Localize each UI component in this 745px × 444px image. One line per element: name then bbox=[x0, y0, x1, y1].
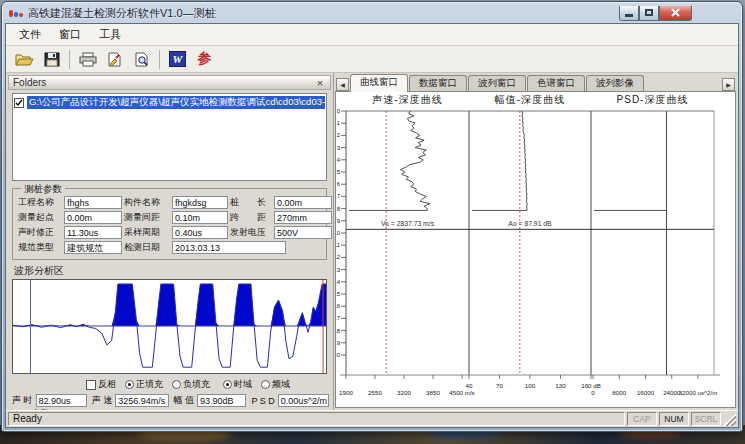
tab-scroll-right-icon[interactable]: ▶ bbox=[722, 78, 735, 91]
tab-spectrum-window[interactable]: 色谱窗口 bbox=[527, 75, 585, 92]
save-icon bbox=[44, 52, 60, 67]
tab-curve-window[interactable]: 曲线窗口 bbox=[350, 74, 408, 92]
toolbar: W 参 bbox=[6, 46, 738, 73]
param-field-project-name[interactable]: fhghs bbox=[64, 196, 122, 209]
menu-file[interactable]: 文件 bbox=[10, 24, 50, 45]
menu-window[interactable]: 窗口 bbox=[50, 24, 90, 45]
svg-text:Vo = 2837.73 m/s: Vo = 2837.73 m/s bbox=[381, 220, 435, 227]
file-checkbox[interactable] bbox=[14, 98, 24, 108]
print-button[interactable] bbox=[74, 48, 101, 71]
reading-field-sound-velocity[interactable]: 3256.94m/s bbox=[115, 394, 168, 407]
invert-control[interactable]: 反相 bbox=[86, 378, 116, 391]
svg-text:0: 0 bbox=[591, 389, 595, 396]
svg-text:20: 20 bbox=[336, 352, 341, 358]
svg-text:100: 100 bbox=[525, 382, 536, 389]
param-field-transmit-voltage[interactable]: 500V bbox=[274, 226, 332, 239]
status-bar: Ready CAPNUMSCRL bbox=[6, 410, 738, 427]
freq-domain-control[interactable]: 频域 bbox=[261, 378, 290, 391]
param-label-standard-type: 规范类型 bbox=[18, 241, 62, 254]
caps-lock-indicator: CAP bbox=[627, 412, 657, 426]
param-field-sampling-period[interactable]: 0.40us bbox=[172, 226, 228, 239]
param-field-component-name[interactable]: fhgkdsg bbox=[172, 196, 228, 209]
file-list-item[interactable]: G:\公司产品设计开发\超声仪器\超声仪实地检测数据调试cd\cd03\cd03… bbox=[14, 96, 325, 109]
tab-data-window[interactable]: 数据窗口 bbox=[409, 75, 467, 92]
waveform-title: 波形分析区 bbox=[14, 264, 325, 278]
file-path-label: G:\公司产品设计开发\超声仪器\超声仪实地检测数据调试cd\cd03\cd03… bbox=[27, 96, 325, 109]
status-message: Ready bbox=[8, 412, 625, 426]
print-preview-icon bbox=[134, 52, 149, 67]
tab-scroll-left-icon[interactable]: ◀ bbox=[336, 78, 349, 91]
param-row: 声时修正11.30us采样周期0.40us发射电压500V bbox=[18, 226, 322, 239]
svg-text:6: 6 bbox=[337, 181, 341, 187]
scroll-lock-indicator: SCRL bbox=[691, 412, 721, 426]
param-field-measure-interval[interactable]: 0.10m bbox=[172, 211, 228, 224]
chart-header-amplitude: 幅值-深度曲线 bbox=[469, 93, 591, 107]
param-label-pile-length: 桩 长 bbox=[230, 196, 272, 209]
freq-domain-radio[interactable] bbox=[261, 380, 270, 389]
maximize-button[interactable] bbox=[639, 6, 659, 21]
fill-positive-label: 正填充 bbox=[136, 378, 163, 391]
svg-text:8: 8 bbox=[337, 206, 341, 212]
time-domain-radio[interactable] bbox=[223, 380, 232, 389]
svg-text:2550: 2550 bbox=[368, 389, 382, 396]
time-domain-label: 时域 bbox=[234, 378, 252, 391]
reading-label-psd: P S D bbox=[251, 396, 274, 406]
param-label-measure-start: 测量起点 bbox=[18, 211, 62, 224]
invert-checkbox[interactable] bbox=[86, 380, 96, 390]
export-button[interactable] bbox=[101, 48, 128, 71]
depth-curves-chart[interactable]: 0123456789101112131415161718192019002550… bbox=[336, 107, 736, 403]
folders-close-icon[interactable]: × bbox=[314, 78, 326, 88]
param-field-measure-start[interactable]: 0.00m bbox=[64, 211, 122, 224]
app-window: 高铁建混凝土检测分析软件V1.0—测桩 文件 窗口 工具 bbox=[1, 1, 743, 432]
word-icon: W bbox=[169, 51, 186, 67]
parameters-button[interactable]: 参 bbox=[191, 48, 218, 71]
chart-panel: ◀ 曲线窗口数据窗口波列窗口色谱窗口波列影像 ▶ 声速-深度曲线幅值-深度曲线P… bbox=[334, 73, 738, 410]
fill-negative-control[interactable]: 负填充 bbox=[172, 378, 210, 391]
reading-field-sound-time[interactable]: 82.90us bbox=[36, 394, 87, 407]
folders-title: Folders bbox=[13, 77, 46, 88]
fill-positive-control[interactable]: 正填充 bbox=[125, 378, 163, 391]
folders-caption[interactable]: Folders × bbox=[8, 75, 331, 90]
tab-wavetrain-image[interactable]: 波列影像 bbox=[586, 75, 644, 92]
param-label-sampling-period: 采样周期 bbox=[124, 226, 170, 239]
param-field-test-date[interactable]: 2013.03.13 bbox=[172, 241, 286, 254]
svg-text:4500 m/s: 4500 m/s bbox=[449, 389, 474, 396]
svg-text:14: 14 bbox=[336, 279, 341, 285]
svg-text:130: 130 bbox=[555, 382, 566, 389]
param-label-span-distance: 跨 距 bbox=[230, 211, 272, 224]
param-field-sound-time-correction[interactable]: 11.30us bbox=[64, 226, 122, 239]
time-domain-control[interactable]: 时域 bbox=[223, 378, 252, 391]
minimize-button[interactable] bbox=[619, 6, 639, 21]
reading-field-psd[interactable]: 0.00us^2/m bbox=[278, 394, 329, 407]
reading-field-amplitude[interactable]: 93.90dB bbox=[197, 394, 246, 407]
resize-grip[interactable] bbox=[723, 413, 736, 426]
svg-text:19: 19 bbox=[336, 340, 341, 346]
menu-bar: 文件 窗口 工具 bbox=[6, 24, 738, 46]
fill-negative-radio[interactable] bbox=[172, 380, 181, 389]
param-field-standard-type[interactable]: 建筑规范 bbox=[64, 241, 122, 254]
param-row: 规范类型建筑规范检测日期2013.03.13 bbox=[18, 241, 322, 254]
param-label-measure-interval: 测量间距 bbox=[124, 211, 170, 224]
param-field-span-distance[interactable]: 270mm bbox=[274, 211, 332, 224]
svg-text:8000: 8000 bbox=[612, 389, 626, 396]
title-bar[interactable]: 高铁建混凝土检测分析软件V1.0—测桩 bbox=[2, 2, 742, 22]
open-button[interactable] bbox=[11, 48, 38, 71]
word-report-button[interactable]: W bbox=[164, 48, 191, 71]
toolbar-separator bbox=[159, 50, 160, 69]
export-page-icon bbox=[107, 52, 122, 67]
param-label-project-name: 工程名称 bbox=[18, 196, 62, 209]
menu-tools[interactable]: 工具 bbox=[90, 24, 130, 45]
param-label-test-date: 检测日期 bbox=[124, 241, 170, 254]
close-button[interactable] bbox=[659, 6, 692, 21]
freq-domain-label: 频域 bbox=[272, 378, 290, 391]
svg-text:18: 18 bbox=[336, 328, 341, 334]
svg-text:40: 40 bbox=[466, 382, 473, 389]
save-button[interactable] bbox=[38, 48, 65, 71]
param-field-pile-length[interactable]: 0.00m bbox=[274, 196, 332, 209]
fill-positive-radio[interactable] bbox=[125, 380, 134, 389]
tab-wavetrain-window[interactable]: 波列窗口 bbox=[468, 75, 526, 92]
file-list[interactable]: G:\公司产品设计开发\超声仪器\超声仪实地检测数据调试cd\cd03\cd03… bbox=[12, 93, 327, 181]
print-preview-button[interactable] bbox=[128, 48, 155, 71]
svg-text:9: 9 bbox=[337, 218, 341, 224]
waveform-plot[interactable] bbox=[12, 279, 327, 374]
